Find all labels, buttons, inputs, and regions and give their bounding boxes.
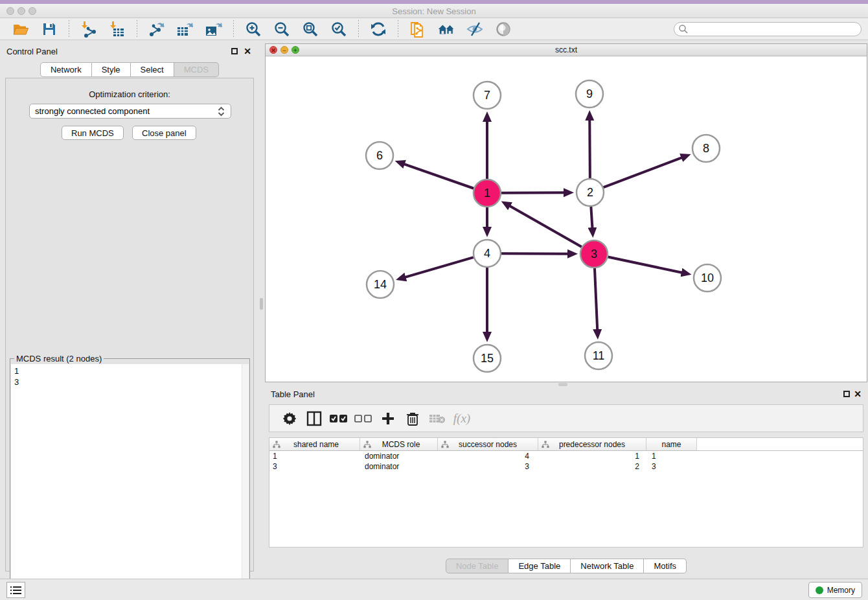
node-8[interactable]: 8	[692, 135, 720, 162]
mcds-result-textarea[interactable]: 1 3	[11, 364, 249, 600]
float-panel-icon[interactable]	[231, 48, 238, 54]
node-2[interactable]: 2	[577, 179, 604, 206]
node-1[interactable]: 1	[474, 179, 501, 207]
node-14[interactable]: 14	[367, 271, 394, 298]
cell-name[interactable]: 3	[646, 461, 697, 472]
node-15[interactable]: 15	[474, 345, 501, 372]
close-panel-icon[interactable]: ✕	[244, 46, 251, 56]
svg-text:11: 11	[593, 349, 605, 362]
column-settings-gear-icon[interactable]	[280, 409, 299, 428]
edge-3-1[interactable]	[509, 205, 582, 247]
hierarchy-icon	[542, 441, 549, 448]
node-4[interactable]: 4	[474, 240, 501, 267]
svg-text:10: 10	[701, 271, 714, 284]
cell-predecessor-nodes[interactable]: 1	[538, 451, 646, 461]
hierarchy-icon	[273, 441, 280, 448]
edge-3-10[interactable]	[608, 257, 683, 273]
network-window-titlebar[interactable]: ✕ − + scc.txt	[266, 44, 867, 56]
import-network-icon[interactable]	[80, 20, 98, 38]
zoom-in-icon[interactable]	[244, 20, 262, 38]
task-history-button[interactable]	[6, 582, 25, 598]
node-3[interactable]: 3	[580, 240, 608, 268]
add-column-icon[interactable]	[378, 409, 398, 428]
save-session-icon[interactable]	[40, 20, 58, 38]
edge-2-8[interactable]	[604, 157, 683, 187]
tab-node-table[interactable]: Node Table	[446, 559, 509, 573]
cell-shared-name[interactable]: 3	[269, 461, 360, 472]
apply-layout-icon[interactable]	[369, 20, 387, 38]
first-neighbors-icon[interactable]	[437, 20, 455, 38]
tab-mcds[interactable]: MCDS	[174, 62, 219, 77]
tab-motifs[interactable]: Motifs	[644, 559, 687, 573]
search-icon	[678, 24, 689, 34]
edge-3-11[interactable]	[595, 268, 597, 330]
export-image-icon[interactable]	[205, 20, 223, 38]
tab-edge-table[interactable]: Edge Table	[508, 559, 571, 573]
cell-mcds-role[interactable]: dominator	[360, 451, 438, 461]
open-session-icon[interactable]	[12, 20, 30, 38]
svg-text:14: 14	[374, 278, 387, 291]
table-row[interactable]: 3 dominator 3 2 3	[269, 461, 863, 472]
zoom-selected-icon[interactable]	[330, 20, 348, 38]
edge-1-2[interactable]	[501, 192, 565, 193]
search-field[interactable]	[674, 22, 862, 36]
node-7[interactable]: 7	[474, 82, 501, 109]
delete-column-trash-icon[interactable]	[403, 409, 422, 428]
column-header-shared-name[interactable]: shared name	[269, 438, 360, 450]
node-6[interactable]: 6	[366, 142, 393, 169]
cell-successor-nodes[interactable]: 4	[438, 451, 538, 461]
column-header-predecessor-nodes[interactable]: predecessor nodes	[538, 438, 646, 450]
show-all-eye-icon[interactable]	[494, 20, 512, 38]
node-11[interactable]: 11	[585, 342, 612, 369]
edge-2-9[interactable]	[589, 119, 590, 178]
status-bar: Memory	[0, 579, 868, 600]
hide-selected-eye-icon[interactable]	[466, 20, 484, 38]
float-panel-icon[interactable]	[843, 391, 850, 397]
tab-select[interactable]: Select	[131, 62, 174, 77]
node-10[interactable]: 10	[694, 264, 721, 292]
table-row[interactable]: 1 dominator 4 1 1	[269, 451, 863, 461]
zoom-fit-icon[interactable]	[301, 20, 319, 38]
edge-4-3[interactable]	[501, 253, 569, 254]
zoom-out-icon[interactable]	[273, 20, 291, 38]
close-panel-icon[interactable]: ✕	[854, 389, 862, 399]
export-table-icon[interactable]	[176, 20, 194, 38]
split-panel-icon[interactable]	[304, 409, 324, 428]
node-9[interactable]: 9	[576, 80, 603, 108]
tab-network[interactable]: Network	[40, 62, 92, 77]
edge-2-3[interactable]	[591, 207, 592, 229]
cell-predecessor-nodes[interactable]: 2	[538, 461, 646, 472]
optimization-criterion-dropdown[interactable]: strongly connected component	[29, 104, 231, 119]
column-header-mcds-role[interactable]: MCDS role	[360, 438, 438, 450]
cell-successor-nodes[interactable]: 3	[438, 461, 538, 472]
select-all-columns-icon[interactable]	[329, 409, 348, 428]
horizontal-splitter[interactable]	[264, 382, 868, 387]
column-header-empty	[697, 438, 863, 450]
cell-shared-name[interactable]: 1	[269, 451, 360, 461]
toolbar-separator	[398, 20, 398, 38]
search-input[interactable]	[689, 23, 861, 35]
function-builder-icon: f(x)	[452, 409, 472, 428]
deselect-all-columns-icon[interactable]	[354, 409, 373, 428]
edge-1-6[interactable]	[404, 164, 474, 189]
run-mcds-button[interactable]: Run MCDS	[62, 126, 124, 140]
cell-name[interactable]: 1	[646, 451, 697, 461]
edge-4-14[interactable]	[404, 257, 473, 277]
svg-text:1: 1	[484, 187, 490, 200]
duplicate-network-icon[interactable]	[409, 20, 427, 38]
memory-button[interactable]: Memory	[808, 582, 862, 598]
column-header-successor-nodes[interactable]: successor nodes	[438, 438, 538, 450]
export-network-icon[interactable]	[148, 20, 166, 38]
column-header-name[interactable]: name	[646, 438, 697, 450]
cell-mcds-role[interactable]: dominator	[360, 461, 438, 472]
close-panel-button[interactable]: Close panel	[132, 126, 196, 140]
table-panel-title: Table Panel	[271, 389, 315, 399]
result-scrollbar[interactable]	[242, 364, 249, 600]
mcds-panel: Optimization criterion: strongly connect…	[5, 78, 254, 571]
network-view-window: ✕ − + scc.txt 7968124314101511	[265, 43, 867, 382]
vertical-splitter[interactable]	[259, 40, 264, 579]
tab-network-table[interactable]: Network Table	[571, 559, 644, 573]
import-table-icon[interactable]	[108, 20, 126, 38]
tab-style[interactable]: Style	[92, 62, 131, 77]
network-canvas[interactable]: 7968124314101511	[266, 56, 867, 382]
